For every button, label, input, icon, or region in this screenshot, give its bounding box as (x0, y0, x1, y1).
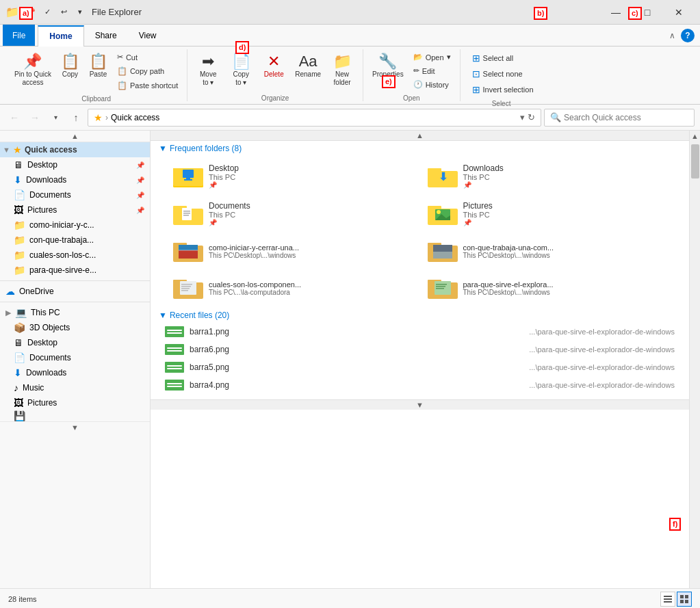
svg-rect-31 (433, 252, 452, 259)
file-barra5[interactable]: barra5.png ...\para-que-sirve-el-explora… (159, 358, 681, 376)
invert-selection-button[interactable]: ⊞ Invert selection (469, 82, 537, 97)
paste-button[interactable]: 📋 Paste (86, 51, 111, 92)
file-barra1[interactable]: barra1.png ...\para-que-sirve-el-explora… (159, 323, 681, 341)
sidebar-pictures-pc[interactable]: 🖼 Pictures (8, 395, 150, 410)
tiles-view-button[interactable] (677, 592, 692, 607)
sidebar-music-pc-label: Music (23, 383, 44, 393)
up-button[interactable]: ↑ (67, 109, 85, 127)
delete-button[interactable]: ✕ Delete (259, 51, 289, 92)
sidebar-item-this-pc-header[interactable]: ▶ 💻 This PC (0, 305, 150, 320)
file-barra4[interactable]: barra4.png ...\para-que-sirve-el-explora… (159, 376, 681, 394)
folder-documents[interactable]: Documents This PC 📌 (167, 196, 419, 231)
folder-cuales[interactable]: cuales-son-los-componen... This PC\...\l… (167, 271, 419, 305)
content-area: ▲ ▼ Frequent folders (8) (151, 131, 689, 588)
tab-share[interactable]: Share (84, 25, 128, 46)
folder-downloads[interactable]: ⬇ Downloads This PC 📌 (422, 159, 673, 194)
content-scroll-up[interactable]: ▲ (151, 131, 689, 141)
sidebar-item-downloads[interactable]: ⬇ Downloads 📌 (8, 172, 150, 187)
sidebar-item-pictures[interactable]: 🖼 Pictures 📌 (8, 202, 150, 217)
cut-icon: ✂ (117, 53, 123, 62)
this-pc-icon: 💻 (15, 307, 27, 318)
scrollbar-up-button[interactable]: ▲ (691, 131, 699, 142)
documents-folder-name: Documents (209, 201, 250, 211)
address-refresh-button[interactable]: ↻ (528, 112, 535, 122)
back-button[interactable]: ← (5, 109, 23, 127)
content-scroll-down[interactable]: ▼ (151, 399, 689, 410)
help-button[interactable]: ? (681, 29, 695, 42)
app-icon: 📁 (5, 5, 19, 19)
address-separator: › (105, 113, 108, 122)
folder-como[interactable]: como-iniciar-y-cerrar-una... This PC\Des… (167, 234, 419, 268)
address-bar[interactable]: ★ › Quick access ▾ ↻ (88, 109, 541, 127)
sidebar-item-para[interactable]: 📁 para-que-sirve-e... (8, 263, 150, 278)
pin-to-quick-access-button[interactable]: 📌 Pin to Quickaccess (11, 51, 55, 92)
folder-desktop[interactable]: Desktop This PC 📌 (167, 159, 419, 194)
new-folder-button[interactable]: 📁 Newfolder (327, 51, 357, 92)
tab-view[interactable]: View (128, 25, 168, 46)
sidebar-documents-pc[interactable]: 📄 Documents (8, 350, 150, 365)
folder-para[interactable]: para-que-sirve-el-explora... This PC\Des… (422, 271, 673, 305)
details-view-button[interactable] (660, 592, 675, 607)
edit-button[interactable]: ✏ Edit (410, 64, 454, 77)
qat-dropdown-button[interactable]: ▾ (73, 5, 88, 20)
scrollbar-thumb[interactable] (691, 144, 699, 179)
sidebar-item-como[interactable]: 📁 como-iniciar-y-c... (8, 217, 150, 233)
pin-icon: 📌 (23, 53, 42, 70)
paste-label: Paste (90, 70, 107, 78)
content-scrollbar[interactable]: ▲ (689, 131, 700, 588)
sidebar-music-pc[interactable]: ♪ Music (8, 380, 150, 395)
qat-undo-button[interactable]: ↩ (56, 5, 71, 20)
select-none-icon: ⊡ (472, 68, 480, 79)
open-button[interactable]: 📂 Open ▾ (410, 51, 454, 64)
recent-files-label: Recent files (20) (170, 310, 229, 320)
sidebar-item-cuales[interactable]: 📁 cuales-son-los-c... (8, 248, 150, 263)
rename-button[interactable]: Aa Rename (291, 51, 324, 92)
sidebar-pictures-label: Pictures (27, 205, 132, 215)
move-to-button[interactable]: ➡ Moveto ▾ (193, 51, 223, 92)
sidebar-scroll-down[interactable]: ▼ (0, 421, 150, 433)
sidebar-item-con[interactable]: 📁 con-que-trabaja... (8, 233, 150, 248)
tab-home[interactable]: Home (38, 25, 83, 47)
como-folder-meta: This PC\Desktop\...\windows (209, 252, 299, 259)
sidebar-item-desktop[interactable]: 🖥 Desktop 📌 (8, 157, 150, 172)
recent-locations-button[interactable]: ▾ (47, 109, 64, 127)
forward-button[interactable]: → (26, 109, 44, 127)
documents-icon: 📄 (14, 189, 25, 200)
search-input[interactable] (564, 113, 688, 122)
folder-pictures[interactable]: Pictures This PC 📌 (422, 196, 673, 231)
documents-folder-pin: 📌 (209, 219, 250, 226)
folder-con[interactable]: con-que-trabaja-una-com... This PC\Deskt… (422, 234, 673, 268)
minimize-button[interactable]: — (600, 0, 632, 25)
sidebar-scroll-up[interactable]: ▲ (0, 131, 150, 142)
copy-to-button[interactable]: 📄 Copyto ▾ (226, 51, 256, 92)
barra6-icon (165, 344, 184, 355)
svg-rect-30 (433, 245, 452, 252)
sidebar-desktop-pc[interactable]: 🖥 Desktop (8, 335, 150, 350)
sidebar-quick-access-header[interactable]: ▼ ★ Quick access (0, 142, 150, 157)
address-dropdown-button[interactable]: ▾ (520, 112, 525, 122)
cut-button[interactable]: ✂ Cut (114, 51, 181, 64)
barra6-name: barra6.png (190, 345, 523, 354)
select-none-button[interactable]: ⊡ Select none (469, 66, 537, 81)
paste-shortcut-button[interactable]: 📋 Paste shortcut (114, 79, 181, 92)
sidebar-downloads-pc[interactable]: ⬇ Downloads (8, 365, 150, 380)
ribbon-collapse-button[interactable]: ∧ (666, 29, 678, 42)
sidebar-item-onedrive[interactable]: ☁ OneDrive (0, 284, 150, 299)
barra6-path: ...\para-que-sirve-el-explorador-de-wind… (529, 345, 675, 354)
sidebar-3d-objects[interactable]: 📦 3D Objects (8, 320, 150, 335)
copy-button[interactable]: 📋 Copy (57, 51, 83, 92)
select-all-button[interactable]: ⊞ Select all (469, 51, 537, 66)
sidebar-desktop-label: Desktop (27, 160, 132, 170)
copy-path-button[interactable]: 📋 Copy path (114, 64, 181, 78)
tab-file[interactable]: File (3, 25, 35, 46)
con-folder-meta: This PC\Desktop\...\windows (463, 252, 554, 259)
annotation-f: f) (669, 518, 681, 531)
history-button[interactable]: 🕐 History (410, 78, 454, 91)
sidebar-drive-pc[interactable]: 💾 (8, 410, 150, 421)
close-button[interactable]: ✕ (663, 0, 695, 25)
recent-files-header[interactable]: ▼ Recent files (20) (151, 308, 689, 323)
sidebar-item-documents[interactable]: 📄 Documents 📌 (8, 187, 150, 202)
frequent-folders-header[interactable]: ▼ Frequent folders (8) (151, 141, 689, 156)
file-barra6[interactable]: barra6.png ...\para-que-sirve-el-explora… (159, 341, 681, 358)
qat-check-button[interactable]: ✓ (40, 5, 55, 20)
